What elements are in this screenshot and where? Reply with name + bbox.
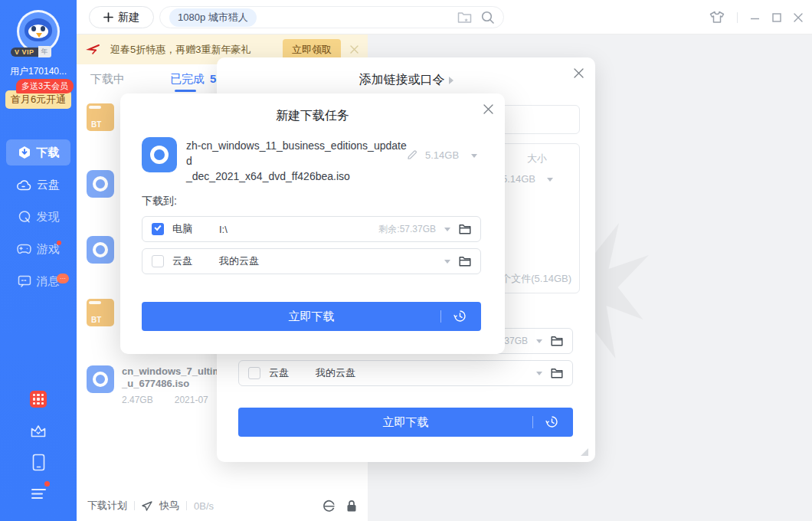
sidebar-item-discover[interactable]: 发现 xyxy=(6,204,70,230)
caret-down-icon[interactable] xyxy=(547,178,553,182)
file-size-value: 5.14GB xyxy=(502,173,535,185)
sidebar-item-label: 发现 xyxy=(37,210,60,224)
pc-path-value: I:\ xyxy=(219,224,228,235)
close-icon[interactable] xyxy=(794,13,803,22)
new-task-modal: 新建下载任务 zh-cn_windows_11_business_edition… xyxy=(120,93,505,354)
modal-file-name: zh-cn_windows_11_business_editions_updat… xyxy=(186,138,410,184)
new-task-label: 新建 xyxy=(118,11,139,25)
tab-completed-label: 已完成 xyxy=(170,72,205,87)
checkbox-unchecked-icon[interactable] xyxy=(152,255,164,267)
search-icon[interactable] xyxy=(481,11,494,24)
xunlei-app-window: V VIP 年 用户170140... 多送3天会员 首月6元开通 下载 云盘 xyxy=(0,0,812,521)
caret-down-icon[interactable] xyxy=(444,228,450,231)
download-now-button[interactable]: 立即下载 xyxy=(142,302,481,331)
caret-down-icon[interactable] xyxy=(536,339,542,343)
username[interactable]: 用户170140... xyxy=(0,65,77,78)
main-menu-button[interactable] xyxy=(28,483,48,503)
iso-file-icon xyxy=(87,170,114,198)
edit-filename-icon[interactable] xyxy=(407,149,417,160)
tab-downloading[interactable]: 下载中 xyxy=(90,72,125,87)
task-row[interactable] xyxy=(87,170,114,198)
download-speed: 0B/s xyxy=(194,500,214,512)
schedule-clock-icon[interactable] xyxy=(453,310,467,323)
banner-close-icon[interactable] xyxy=(350,45,359,54)
button-divider xyxy=(532,416,533,428)
cloud-path-value: 我的云盘 xyxy=(316,366,355,380)
search-suggestion-tag[interactable]: 1080p 城市猎人 xyxy=(169,8,257,27)
promo-badge: 多送3天会员 xyxy=(16,79,74,93)
search-bar[interactable]: 1080p 城市猎人 xyxy=(159,6,504,28)
plus-icon xyxy=(103,12,113,22)
ie-browser-icon[interactable] xyxy=(323,500,336,513)
mobile-app-button[interactable] xyxy=(28,452,48,472)
caret-down-icon[interactable] xyxy=(536,372,542,375)
download-to-label: 下载到: xyxy=(142,195,177,208)
vip-badge[interactable]: V VIP 年 xyxy=(11,46,51,57)
task-row[interactable]: BT xyxy=(87,299,114,326)
pc-path-row[interactable]: 电脑 I:\ 剩余:57.37GB xyxy=(142,216,481,242)
sidebar-item-label: 云盘 xyxy=(37,178,60,192)
lock-icon[interactable] xyxy=(346,500,357,513)
notification-dot xyxy=(57,241,61,245)
sidebar-item-download[interactable]: 下载 xyxy=(6,139,70,165)
bt-folder-icon: BT xyxy=(87,299,114,326)
sidebar-item-cloud[interactable]: 云盘 xyxy=(6,172,70,198)
collection-folder-icon[interactable] xyxy=(457,11,472,24)
iso-file-icon-large xyxy=(142,137,177,172)
controls-divider xyxy=(737,12,738,23)
crown-icon xyxy=(30,424,47,438)
menu-notification-dot xyxy=(44,481,50,487)
modal-file-size: 5.14GB xyxy=(425,149,459,161)
speedup-bird-icon xyxy=(142,501,152,511)
folder-browse-icon[interactable] xyxy=(459,224,471,234)
activity-calendar-button[interactable] xyxy=(28,389,48,409)
pc-label: 电脑 xyxy=(172,222,192,236)
folder-browse-icon[interactable] xyxy=(459,256,471,267)
checkbox-unchecked-icon[interactable] xyxy=(248,367,260,379)
tab-completed[interactable]: 已完成 5 xyxy=(170,72,216,87)
schedule-clock-icon[interactable] xyxy=(545,415,558,428)
caret-down-icon[interactable] xyxy=(471,154,477,158)
cloud-path-row[interactable]: 云盘 我的云盘 xyxy=(142,248,481,274)
checkbox-checked-icon[interactable] xyxy=(152,223,164,235)
vip-badge-label: V VIP xyxy=(11,48,38,57)
cloud-path-value: 我的云盘 xyxy=(219,254,259,268)
sidebar-item-label: 下载 xyxy=(37,146,60,160)
button-divider xyxy=(440,310,441,323)
add-link-dialog-title[interactable]: 添加链接或口令 xyxy=(217,72,595,88)
resize-handle[interactable] xyxy=(581,448,588,456)
cloud-label: 云盘 xyxy=(269,366,289,380)
sidebar-item-games[interactable]: 游戏 xyxy=(6,236,70,262)
download-plan-button[interactable]: 下载计划 xyxy=(87,499,127,513)
cloud-label: 云盘 xyxy=(172,254,192,268)
sidebar-nav: 下载 云盘 发现 游戏 xyxy=(6,139,70,294)
banner-text: 迎春5折特惠，再赠3重新年豪礼 xyxy=(110,43,250,57)
vip-crown-button[interactable] xyxy=(28,421,48,441)
iso-file-icon xyxy=(87,365,114,393)
folder-browse-icon[interactable] xyxy=(551,368,563,378)
folder-browse-icon[interactable] xyxy=(551,336,563,346)
statusbar-divider xyxy=(134,501,135,510)
caret-down-icon[interactable] xyxy=(444,260,450,264)
sidebar: V VIP 年 用户170140... 多送3天会员 首月6元开通 下载 云盘 xyxy=(0,0,77,521)
task-row[interactable]: cn_windows_7_ultim _u_677486.iso 2.47GB … xyxy=(87,365,221,405)
speedup-button[interactable]: 快鸟 xyxy=(159,499,179,513)
download-icon xyxy=(18,146,31,159)
red-calendar-icon xyxy=(30,391,47,408)
minimize-icon[interactable] xyxy=(750,12,760,22)
sidebar-item-label: 消息 xyxy=(37,274,60,289)
maximize-icon[interactable] xyxy=(772,13,781,22)
task-row[interactable] xyxy=(87,236,114,264)
sidebar-item-messages[interactable]: 消息 ··· xyxy=(6,268,70,294)
task-file-date: 2021-07 xyxy=(175,395,208,405)
tab-completed-count: 5 xyxy=(210,72,216,87)
discover-icon xyxy=(18,210,31,224)
download-now-button[interactable]: 立即下载 xyxy=(238,408,573,437)
skin-theme-icon[interactable] xyxy=(709,11,725,24)
vip-badge-suffix: 年 xyxy=(38,46,51,57)
new-task-button[interactable]: 新建 xyxy=(89,6,154,28)
active-tab-underline xyxy=(175,90,196,92)
cloud-path-row[interactable]: 云盘 我的云盘 xyxy=(238,360,573,386)
modal-title: 新建下载任务 xyxy=(120,108,505,124)
task-row[interactable]: BT xyxy=(87,103,114,131)
